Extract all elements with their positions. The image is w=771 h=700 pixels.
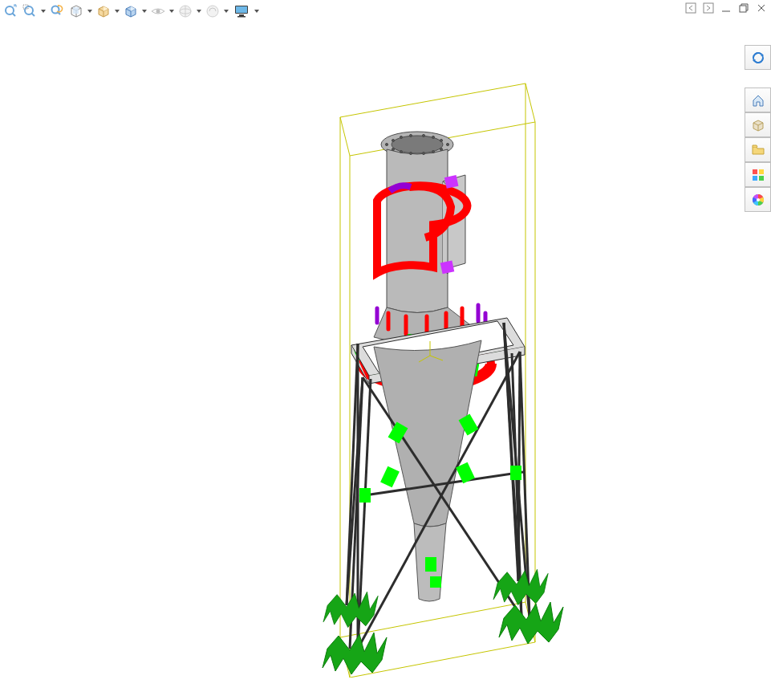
svg-rect-7 xyxy=(73,7,79,14)
svg-rect-27 xyxy=(753,176,757,181)
svg-rect-82 xyxy=(359,488,371,503)
top-toolbar xyxy=(0,0,771,22)
svg-rect-18 xyxy=(704,3,713,13)
geometry-button[interactable] xyxy=(745,112,771,137)
window-controls xyxy=(684,2,768,14)
right-sidebar xyxy=(745,45,771,212)
svg-point-33 xyxy=(392,139,394,141)
svg-point-44 xyxy=(400,150,402,153)
hide-show-button[interactable] xyxy=(149,2,167,20)
apply-scene-button[interactable] xyxy=(204,2,221,20)
svg-point-8 xyxy=(156,10,160,14)
zoom-previous-button[interactable] xyxy=(48,2,66,20)
svg-line-3 xyxy=(32,14,35,17)
view-orientation-button[interactable] xyxy=(95,2,112,20)
svg-rect-85 xyxy=(430,576,441,588)
graphics-viewport[interactable] xyxy=(0,22,745,678)
svg-point-34 xyxy=(400,136,402,138)
refresh-button[interactable] xyxy=(745,45,771,70)
svg-rect-17 xyxy=(686,3,696,13)
zoom-fit-button[interactable] xyxy=(2,2,19,20)
display-style-button[interactable] xyxy=(122,2,140,20)
display-monitor-dropdown[interactable] xyxy=(254,2,260,20)
svg-rect-83 xyxy=(510,466,521,480)
color-wheel-button[interactable] xyxy=(745,187,771,212)
svg-rect-16 xyxy=(237,16,246,18)
svg-point-46 xyxy=(385,143,388,145)
zoom-area-button[interactable] xyxy=(21,2,39,20)
svg-rect-84 xyxy=(425,557,436,572)
svg-point-32 xyxy=(392,136,443,153)
svg-rect-25 xyxy=(753,169,757,174)
svg-rect-26 xyxy=(759,169,764,174)
svg-rect-79 xyxy=(380,466,400,488)
svg-rect-14 xyxy=(236,6,247,13)
view-orientation-dropdown[interactable] xyxy=(114,2,120,20)
svg-point-42 xyxy=(422,152,424,154)
apply-scene-dropdown[interactable] xyxy=(223,2,229,20)
display-style-dropdown[interactable] xyxy=(141,2,148,20)
model-svg xyxy=(0,22,745,678)
close-button[interactable] xyxy=(755,2,768,14)
hide-show-dropdown[interactable] xyxy=(168,2,175,20)
previous-view-button[interactable] xyxy=(684,2,697,14)
svg-rect-15 xyxy=(239,14,244,16)
svg-point-45 xyxy=(392,148,394,150)
svg-point-36 xyxy=(422,134,424,136)
edit-scene-dropdown[interactable] xyxy=(196,2,202,20)
svg-rect-28 xyxy=(759,176,764,181)
restore-button[interactable] xyxy=(737,2,750,14)
open-folder-button[interactable] xyxy=(745,137,771,162)
home-button[interactable] xyxy=(745,88,771,112)
minimize-button[interactable] xyxy=(720,2,732,14)
svg-rect-20 xyxy=(740,6,746,12)
next-view-button[interactable] xyxy=(702,2,715,14)
appearance-button[interactable] xyxy=(745,162,771,187)
edit-scene-button[interactable] xyxy=(177,2,194,20)
section-view-dropdown[interactable] xyxy=(87,2,93,20)
svg-point-35 xyxy=(409,134,412,136)
svg-point-41 xyxy=(432,150,434,153)
svg-point-38 xyxy=(440,139,442,141)
svg-point-40 xyxy=(440,148,442,150)
svg-point-12 xyxy=(207,6,218,17)
zoom-area-dropdown[interactable] xyxy=(40,2,47,20)
svg-point-39 xyxy=(446,143,448,145)
svg-line-1 xyxy=(13,14,16,17)
svg-point-43 xyxy=(409,152,412,154)
svg-point-30 xyxy=(757,198,760,201)
section-view-button[interactable] xyxy=(67,2,85,20)
svg-point-37 xyxy=(432,136,434,138)
display-monitor-button[interactable] xyxy=(231,2,252,20)
